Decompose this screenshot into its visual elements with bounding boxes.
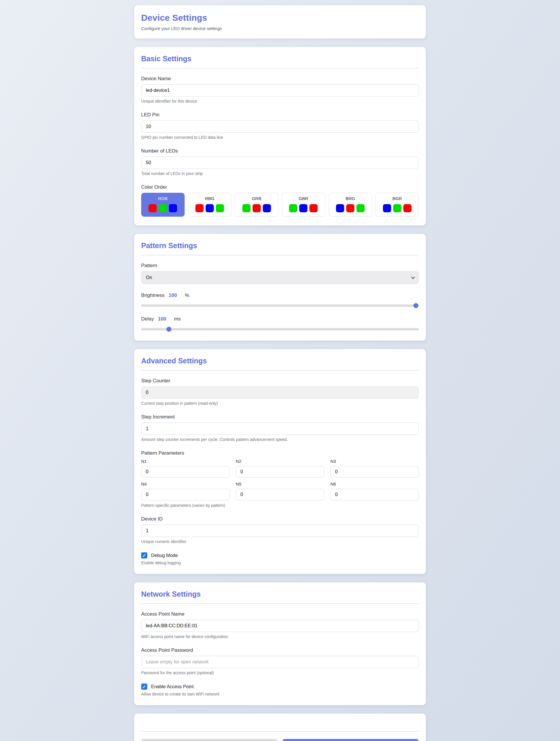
delay-value: 100: [158, 316, 166, 322]
device-id-group: Device ID Unique numeric identifier: [141, 516, 419, 544]
color-swatch: [148, 204, 157, 212]
advanced-settings-heading: Advanced Settings: [141, 357, 419, 365]
color-swatch: [289, 204, 297, 212]
device-name-label: Device Name: [141, 76, 419, 82]
color-order-option-label: RBG: [188, 196, 231, 201]
debug-mode-checkbox[interactable]: ✓: [141, 552, 147, 558]
color-order-option-label: RGB: [141, 196, 184, 201]
color-order-option-grb[interactable]: GRB: [235, 193, 278, 217]
step-counter-label: Step Counter: [141, 378, 419, 384]
step-counter-help: Current step position in pattern (read-o…: [141, 401, 419, 406]
ap-password-group: Access Point Password Password for the a…: [141, 648, 419, 675]
led-pin-label: LED Pin: [141, 112, 419, 118]
ap-name-input[interactable]: [141, 620, 419, 632]
num-leds-input[interactable]: [141, 156, 419, 169]
color-swatch: [403, 204, 412, 212]
color-order-option-bgr[interactable]: BGR: [375, 193, 419, 217]
delay-label: Delay: [141, 316, 154, 322]
pattern-settings-card: Pattern Settings Pattern On Brightness 1…: [134, 234, 426, 341]
step-counter-input: [141, 386, 419, 399]
delay-slider-thumb[interactable]: [167, 327, 172, 332]
basic-settings-heading: Basic Settings: [141, 55, 419, 63]
color-order-option-rbg[interactable]: RBG: [188, 193, 232, 217]
led-pin-input[interactable]: [141, 121, 419, 133]
step-counter-group: Step Counter Current step position in pa…: [141, 378, 419, 406]
color-swatch: [159, 204, 167, 212]
device-id-input[interactable]: [141, 525, 419, 537]
pattern-select-label: Pattern: [141, 263, 419, 269]
param-n4-input[interactable]: [141, 489, 230, 500]
color-swatch: [195, 204, 203, 212]
step-increment-label: Step Increment: [141, 414, 419, 420]
pattern-select-group: Pattern On: [141, 263, 419, 284]
debug-mode-label[interactable]: Debug Mode: [151, 553, 178, 558]
param-n4-label: N4: [141, 481, 230, 486]
step-increment-input[interactable]: [141, 422, 419, 435]
slider-track: [141, 328, 419, 330]
actions-spacer: [141, 721, 419, 731]
step-increment-group: Step Increment Amount step counter incre…: [141, 414, 419, 442]
header-card: Device Settings Configure your LED drive…: [134, 5, 426, 39]
ap-password-help: Password for the access point (optional): [141, 670, 419, 675]
param-n2-input[interactable]: [236, 466, 324, 478]
pattern-parameters-label: Pattern Parameters: [141, 450, 419, 456]
debug-mode-group: ✓ Debug Mode Enable debug logging: [141, 552, 419, 565]
param-n3-label: N3: [330, 459, 419, 464]
chevron-down-icon: [411, 275, 415, 279]
color-order-option-label: BGR: [376, 196, 419, 201]
actions-card: Reset to Defaults Save Settings: [134, 714, 426, 741]
num-leds-group: Number of LEDs Total number of LEDs in y…: [141, 148, 419, 176]
pattern-select-value: On: [146, 275, 152, 280]
color-swatch: [357, 204, 365, 212]
enable-ap-checkbox[interactable]: ✓: [141, 684, 147, 690]
network-settings-heading: Network Settings: [141, 590, 419, 598]
delay-slider[interactable]: [141, 327, 419, 332]
section-divider: [141, 731, 419, 732]
color-swatch: [383, 204, 391, 212]
brightness-slider-thumb[interactable]: [414, 303, 419, 308]
color-swatch: [242, 204, 251, 212]
color-swatch: [253, 204, 261, 212]
color-swatch: [309, 204, 318, 212]
brightness-group: Brightness 100 %: [141, 292, 419, 308]
param-n6-input[interactable]: [330, 489, 419, 500]
color-swatch: [206, 204, 214, 212]
brightness-slider[interactable]: [141, 303, 419, 308]
enable-ap-label[interactable]: Enable Access Point: [151, 684, 194, 689]
pattern-select[interactable]: On: [141, 271, 419, 284]
slider-track: [141, 305, 419, 307]
color-order-option-gbr[interactable]: GBR: [282, 193, 325, 217]
color-swatch: [346, 204, 354, 212]
param-n1-input[interactable]: [141, 466, 230, 478]
pattern-parameters-help: Pattern-specific parameters (varies by p…: [141, 503, 419, 508]
section-divider: [141, 68, 419, 69]
color-swatch: [263, 204, 271, 212]
num-leds-help: Total number of LEDs in your strip: [141, 171, 419, 176]
step-increment-help: Amount step counter increments per cycle…: [141, 437, 419, 442]
param-n2-label: N2: [236, 459, 324, 464]
num-leds-label: Number of LEDs: [141, 148, 419, 154]
delay-unit: ms: [174, 316, 181, 322]
save-settings-button[interactable]: Save Settings: [282, 739, 419, 741]
device-id-label: Device ID: [141, 516, 419, 522]
ap-password-input[interactable]: [141, 656, 419, 668]
color-order-option-rgb[interactable]: RGB: [141, 193, 185, 217]
param-n5-input[interactable]: [236, 489, 324, 500]
ap-name-help: WiFi access point name for device config…: [141, 634, 419, 639]
basic-settings-card: Basic Settings Device Name Unique identi…: [134, 47, 426, 225]
device-name-input[interactable]: [141, 84, 419, 96]
section-divider: [141, 603, 419, 604]
param-n3-input[interactable]: [330, 466, 419, 478]
color-swatch: [169, 204, 177, 212]
device-name-help: Unique identifier for this device: [141, 99, 419, 104]
reset-defaults-button[interactable]: Reset to Defaults: [141, 739, 278, 741]
pattern-settings-heading: Pattern Settings: [141, 242, 419, 250]
color-swatch: [336, 204, 344, 212]
advanced-settings-card: Advanced Settings Step Counter Current s…: [134, 349, 426, 574]
device-name-group: Device Name Unique identifier for this d…: [141, 76, 419, 104]
param-n6-label: N6: [330, 481, 419, 486]
color-order-option-brg[interactable]: BRG: [329, 193, 372, 217]
color-swatch: [393, 204, 401, 212]
color-swatch: [299, 204, 307, 212]
page-container: Device Settings Configure your LED drive…: [134, 5, 426, 741]
